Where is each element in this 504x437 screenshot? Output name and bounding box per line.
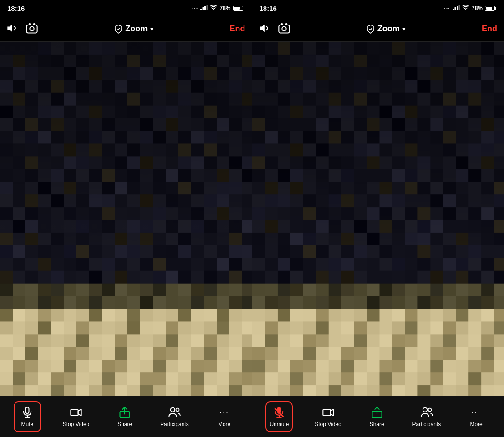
signal-dots-left: ··· <box>192 5 199 12</box>
top-bar-right: Zoom ▾ End <box>252 16 504 42</box>
screen-right: 18:16 ··· 78% <box>252 0 504 437</box>
top-bar-left: Zoom ▾ End <box>0 16 252 42</box>
stop-video-button-right[interactable]: Stop Video <box>313 402 343 431</box>
more-button-right[interactable]: ··· More <box>463 402 490 431</box>
top-bar-left-icons <box>6 22 38 36</box>
svg-rect-1 <box>203 7 204 10</box>
flip-camera-icon-right[interactable] <box>278 22 290 36</box>
svg-rect-2 <box>204 6 206 10</box>
end-button-left[interactable]: End <box>230 24 245 34</box>
share-label-right: Share <box>370 421 384 427</box>
screen-left: 18:16 ··· 78% <box>0 0 252 437</box>
participants-label: Participants <box>160 421 189 427</box>
time-left: 18:16 <box>7 5 25 12</box>
stop-video-label-right: Stop Video <box>315 421 341 427</box>
speaker-icon-right[interactable] <box>259 22 271 36</box>
svg-rect-15 <box>454 7 456 10</box>
battery-percent-right: 78% <box>472 5 483 11</box>
signal-bars-right <box>453 5 460 12</box>
more-label-right: More <box>470 421 482 427</box>
share-label: Share <box>117 421 132 427</box>
chevron-left: ▾ <box>150 25 153 32</box>
stop-video-label: Stop Video <box>63 421 90 427</box>
shield-icon-right <box>367 25 375 34</box>
video-area-right <box>252 42 504 396</box>
svg-rect-14 <box>453 9 454 10</box>
unmute-button[interactable]: Unmute <box>265 401 293 432</box>
zoom-label-right: Zoom <box>377 24 400 34</box>
svg-point-27 <box>423 408 427 412</box>
unmute-icon <box>272 406 286 419</box>
status-icons-left: ··· 78% <box>192 5 244 12</box>
battery-icon-left <box>233 6 244 11</box>
svg-point-6 <box>30 26 34 30</box>
svg-point-13 <box>176 408 179 412</box>
svg-rect-3 <box>207 5 208 10</box>
svg-point-28 <box>428 408 431 412</box>
share-button-right[interactable]: Share <box>363 402 391 431</box>
participants-button-right[interactable]: Participants <box>411 402 443 431</box>
zoom-label-left: Zoom <box>125 24 148 34</box>
signal-bars-left <box>200 5 208 12</box>
stop-video-icon-right <box>321 406 336 419</box>
top-bar-right-icons <box>259 22 290 36</box>
bottom-bar-right: Unmute Stop Video Share <box>252 396 504 437</box>
svg-point-20 <box>282 26 286 30</box>
svg-rect-25 <box>323 409 330 416</box>
end-button-right[interactable]: End <box>482 24 497 34</box>
svg-rect-0 <box>200 9 202 10</box>
time-right: 18:16 <box>260 5 277 12</box>
status-bar-left: 18:16 ··· 78% <box>0 0 252 16</box>
more-label-left: More <box>218 421 230 427</box>
svg-rect-7 <box>25 407 29 413</box>
svg-rect-16 <box>457 6 458 10</box>
speaker-icon-left[interactable] <box>6 22 19 36</box>
flip-camera-icon-left[interactable] <box>25 22 38 36</box>
mute-button[interactable]: Mute <box>14 401 41 432</box>
svg-marker-4 <box>7 24 12 31</box>
svg-rect-17 <box>458 5 460 10</box>
more-icon-left: ··· <box>217 406 232 419</box>
participants-button[interactable]: Participants <box>158 402 191 431</box>
status-bar-right: 18:16 ··· 78% <box>252 0 504 16</box>
video-area-left <box>0 42 252 396</box>
svg-point-12 <box>171 408 175 412</box>
stop-video-button[interactable]: Stop Video <box>61 402 92 431</box>
unmute-label: Unmute <box>270 421 289 427</box>
top-bar-center-left[interactable]: Zoom ▾ <box>114 24 153 34</box>
shield-icon-left <box>114 25 122 34</box>
battery-percent-left: 78% <box>219 5 230 11</box>
stop-video-icon <box>69 406 83 419</box>
participants-icon <box>167 406 182 419</box>
svg-rect-10 <box>71 409 78 416</box>
participants-icon-right <box>419 406 434 419</box>
svg-marker-18 <box>260 24 265 31</box>
wifi-icon-left <box>210 5 217 12</box>
wifi-icon-right <box>462 5 469 12</box>
battery-icon-right <box>485 6 496 11</box>
share-button[interactable]: Share <box>111 402 138 431</box>
more-button-left[interactable]: ··· More <box>211 402 238 431</box>
participants-label-right: Participants <box>412 421 441 427</box>
top-bar-center-right[interactable]: Zoom ▾ <box>367 24 406 34</box>
share-icon-right <box>370 406 384 419</box>
more-icon-right: ··· <box>469 406 484 419</box>
chevron-right: ▾ <box>402 25 406 32</box>
mute-icon <box>20 406 35 419</box>
signal-dots-right: ··· <box>444 5 450 12</box>
bottom-bar-left: Mute Stop Video Share <box>0 396 252 437</box>
status-icons-right: ··· 78% <box>444 5 496 12</box>
mute-label: Mute <box>21 421 34 427</box>
share-icon <box>117 406 132 419</box>
